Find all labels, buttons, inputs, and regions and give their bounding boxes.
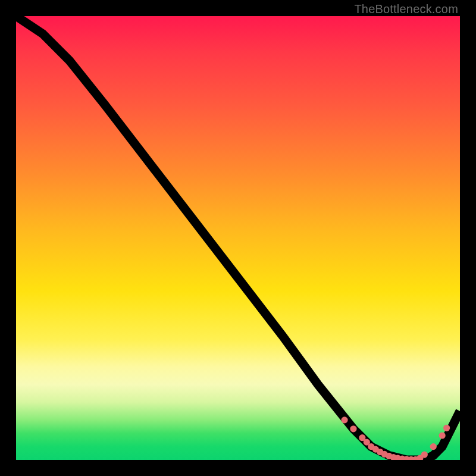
data-marker bbox=[421, 451, 428, 458]
heatmap-plot-area bbox=[16, 16, 460, 460]
data-marker bbox=[341, 416, 347, 423]
chart-frame: TheBottleneck.com bbox=[0, 0, 476, 476]
attribution-text: TheBottleneck.com bbox=[354, 2, 458, 16]
curve-overlay bbox=[16, 16, 460, 460]
data-marker bbox=[430, 443, 437, 450]
bottleneck-curve bbox=[16, 16, 460, 460]
data-marker bbox=[439, 432, 446, 439]
data-marker bbox=[443, 425, 450, 431]
data-marker bbox=[350, 425, 356, 432]
